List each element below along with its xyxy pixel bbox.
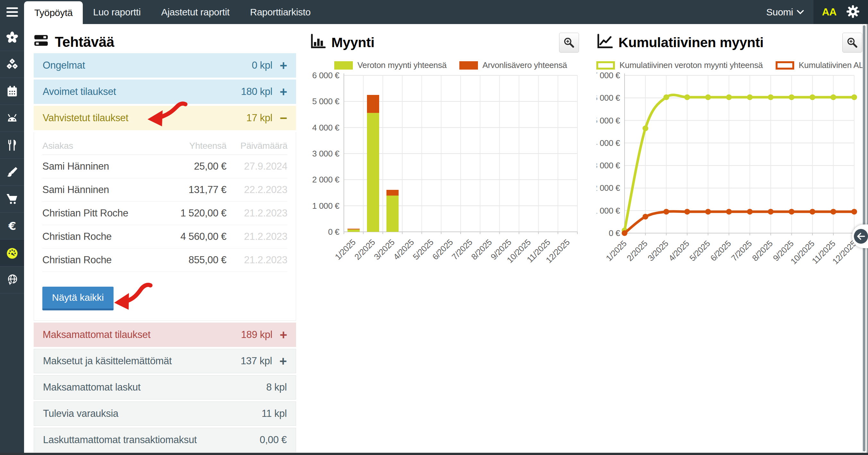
table-row[interactable]: Christian Roche4 560,00 €21.2.2023 bbox=[42, 225, 287, 249]
svg-text:2 000 €: 2 000 € bbox=[597, 183, 620, 193]
svg-text:6 000 €: 6 000 € bbox=[312, 70, 339, 80]
top-navbar: TyöpöytäLuo raporttiAjastetut raportitRa… bbox=[0, 0, 868, 24]
task-row-value: 137 kpl bbox=[241, 355, 272, 367]
task-row-tulevia-varauksia[interactable]: Tulevia varauksia11 kpl bbox=[34, 401, 296, 426]
zoom-in-button[interactable] bbox=[842, 33, 862, 53]
svg-text:4 000 €: 4 000 € bbox=[597, 138, 620, 148]
language-selector[interactable]: Suomi bbox=[757, 7, 814, 18]
svg-text:8/2025: 8/2025 bbox=[750, 238, 775, 263]
tasks-rows: Ongelmat0 kpl+Avoimet tilaukset180 kpl+V… bbox=[34, 53, 296, 455]
expand-icon[interactable]: + bbox=[272, 85, 287, 98]
task-row-label: Vahvistetut tilaukset bbox=[43, 112, 128, 124]
svg-text:1 000 €: 1 000 € bbox=[312, 201, 339, 211]
svg-text:7 000 €: 7 000 € bbox=[597, 70, 620, 80]
bar-chart-icon bbox=[310, 34, 326, 51]
magnifier-plus-icon bbox=[563, 37, 575, 48]
sidebar: € bbox=[0, 24, 24, 455]
svg-text:4/2025: 4/2025 bbox=[391, 237, 416, 262]
chevron-down-icon bbox=[797, 10, 804, 14]
tab-ty-p-yt[interactable]: Työpöytä bbox=[24, 1, 83, 24]
svg-text:0 €: 0 € bbox=[609, 228, 620, 238]
sidebar-item-cubes[interactable] bbox=[0, 51, 24, 78]
task-row-vahvistetut-tilaukset[interactable]: Vahvistetut tilaukset17 kpl− bbox=[34, 106, 296, 130]
table-row[interactable]: Christian Pitt Roche1 520,00 €21.2.2023 bbox=[42, 202, 287, 225]
sidebar-item-brush[interactable] bbox=[0, 159, 24, 186]
svg-text:5 000 €: 5 000 € bbox=[312, 97, 339, 106]
sidebar-item-calendar[interactable] bbox=[0, 78, 24, 105]
sidebar-item-euro[interactable]: € bbox=[0, 213, 24, 239]
total-cell: 131,77 € bbox=[157, 184, 226, 196]
tasks-title-text: Tehtävää bbox=[55, 34, 114, 50]
zoom-in-button[interactable] bbox=[559, 33, 579, 53]
task-row-maksetut-ja-k-sittelem-tt-m-t[interactable]: Maksetut ja käsittelemättömät137 kpl+ bbox=[34, 349, 296, 373]
utility-block: AA bbox=[813, 0, 868, 24]
date-cell: 21.2.2023 bbox=[226, 207, 287, 219]
svg-text:8/2025: 8/2025 bbox=[469, 237, 494, 262]
svg-text:6 000 €: 6 000 € bbox=[597, 93, 620, 103]
sidebar-item-dashboard[interactable] bbox=[0, 239, 24, 266]
task-row-maksamattomat-tilaukset[interactable]: Maksamattomat tilaukset189 kpl+ bbox=[34, 323, 296, 347]
table-row[interactable]: Christian Roche855,00 €21.2.2023 bbox=[42, 249, 287, 272]
menu-icon[interactable] bbox=[0, 0, 24, 24]
task-row-avoimet-tilaukset[interactable]: Avoimet tilaukset180 kpl+ bbox=[34, 79, 296, 104]
task-row-label: Laskuttamattomat transaktiomaksut bbox=[43, 434, 197, 446]
sidebar-item-cart[interactable] bbox=[0, 186, 24, 213]
gear-icon[interactable] bbox=[846, 5, 860, 20]
sidebar-item-robot[interactable] bbox=[0, 105, 24, 132]
svg-text:4/2025: 4/2025 bbox=[666, 238, 691, 263]
customer-cell: Sami Hänninen bbox=[42, 184, 157, 196]
svg-text:7/2025: 7/2025 bbox=[730, 238, 754, 263]
tab-luo-raportti[interactable]: Luo raportti bbox=[83, 0, 151, 24]
svg-text:3/2025: 3/2025 bbox=[646, 238, 670, 263]
svg-text:1 000 €: 1 000 € bbox=[597, 206, 620, 216]
cumulative-chart-title: Kumulatiivinen myynti bbox=[618, 35, 764, 50]
total-cell: 25,00 € bbox=[157, 161, 226, 172]
utensils-icon bbox=[6, 139, 19, 152]
task-row-label: Avoimet tilaukset bbox=[43, 86, 116, 97]
collapse-icon[interactable]: − bbox=[272, 111, 287, 124]
task-row-value: 0 kpl bbox=[252, 60, 272, 71]
date-cell: 27.9.2024 bbox=[226, 161, 287, 172]
date-cell: 22.2.2023 bbox=[226, 184, 287, 196]
sidebar-item-utensils[interactable] bbox=[0, 132, 24, 159]
sales-chart: 0 €1 000 €2 000 €3 000 €4 000 €5 000 €6 … bbox=[310, 58, 592, 266]
expand-icon[interactable]: + bbox=[272, 59, 287, 72]
svg-text:10/2025: 10/2025 bbox=[789, 238, 816, 266]
expand-icon[interactable]: + bbox=[272, 355, 287, 367]
cubes-icon bbox=[6, 58, 19, 71]
svg-text:5 000 €: 5 000 € bbox=[597, 116, 620, 125]
nav-tabs: TyöpöytäLuo raporttiAjastetut raportitRa… bbox=[24, 0, 321, 24]
task-row-label: Ongelmat bbox=[43, 60, 85, 71]
tab-raporttiarkisto[interactable]: Raporttiarkisto bbox=[240, 0, 321, 24]
table-row[interactable]: Sami Hänninen131,77 €22.2.2023 bbox=[42, 178, 287, 202]
arrow-left-icon bbox=[854, 229, 868, 244]
tab-ajastetut-raportit[interactable]: Ajastetut raportit bbox=[151, 0, 240, 24]
customer-cell: Sami Hänninen bbox=[42, 161, 157, 172]
task-row-label: Tulevia varauksia bbox=[43, 408, 118, 419]
task-row-value: 8 kpl bbox=[266, 382, 287, 393]
sidebar-item-globe[interactable] bbox=[0, 266, 24, 293]
text-size-button[interactable]: AA bbox=[822, 6, 837, 18]
cart-icon bbox=[6, 193, 19, 205]
show-all-button[interactable]: Näytä kaikki bbox=[42, 287, 114, 311]
cumulative-chart-header: Kumulatiivinen myynti bbox=[597, 32, 868, 53]
tasks-panel-title: Tehtävää bbox=[34, 30, 296, 53]
spa-icon bbox=[6, 31, 19, 44]
column-header: Asiakas bbox=[42, 141, 157, 151]
task-row-laskuttamattomat-transaktiomaksut[interactable]: Laskuttamattomat transaktiomaksut0,00 € bbox=[34, 428, 296, 452]
task-row-value: 11 kpl bbox=[261, 408, 287, 419]
svg-text:3/2025: 3/2025 bbox=[372, 237, 397, 262]
task-row-maksamattomat-laskut[interactable]: Maksamattomat laskut8 kpl bbox=[34, 375, 296, 399]
svg-text:6/2025: 6/2025 bbox=[709, 238, 733, 263]
table-row[interactable]: Sami Hänninen25,00 €27.9.2024 bbox=[42, 155, 287, 178]
svg-text:6/2025: 6/2025 bbox=[431, 237, 455, 262]
sidebar-item-spa[interactable] bbox=[0, 24, 24, 51]
total-cell: 4 560,00 € bbox=[157, 231, 226, 242]
magnifier-plus-icon bbox=[846, 37, 858, 48]
robot-icon bbox=[6, 112, 19, 125]
task-row-ongelmat[interactable]: Ongelmat0 kpl+ bbox=[34, 53, 296, 77]
svg-text:0 €: 0 € bbox=[328, 227, 340, 237]
svg-text:7/2025: 7/2025 bbox=[450, 237, 474, 262]
expand-icon[interactable]: + bbox=[272, 328, 287, 341]
total-cell: 855,00 € bbox=[157, 254, 226, 266]
